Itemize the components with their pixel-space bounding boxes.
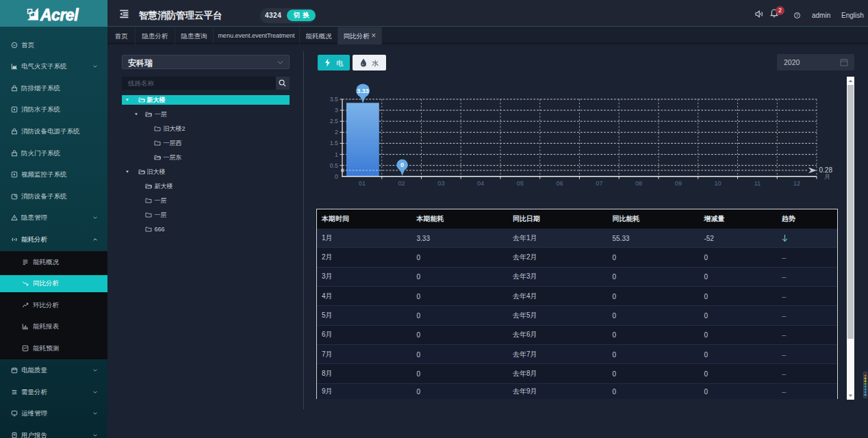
svg-text:02: 02 (398, 180, 405, 187)
svg-text:04: 04 (477, 180, 484, 187)
svg-text:05: 05 (517, 180, 524, 187)
svg-text:12: 12 (793, 180, 800, 187)
svg-text:10: 10 (714, 180, 721, 187)
svg-text:0: 0 (400, 162, 404, 168)
svg-text:月: 月 (824, 172, 831, 180)
svg-text:0.5: 0.5 (330, 162, 338, 169)
svg-text:3.5: 3.5 (330, 96, 338, 103)
svg-text:3.33: 3.33 (357, 88, 369, 94)
svg-text:01: 01 (359, 180, 366, 187)
svg-text:06: 06 (556, 180, 563, 187)
svg-text:0: 0 (335, 173, 338, 180)
svg-text:1.5: 1.5 (330, 140, 338, 146)
svg-text:11: 11 (754, 180, 761, 187)
svg-text:09: 09 (675, 180, 682, 187)
svg-text:2: 2 (335, 129, 338, 136)
svg-text:3: 3 (335, 107, 338, 114)
svg-text:2.5: 2.5 (330, 118, 338, 125)
svg-text:07: 07 (596, 180, 602, 187)
svg-text:03: 03 (437, 180, 444, 187)
svg-text:1: 1 (335, 151, 338, 158)
svg-text:08: 08 (635, 180, 642, 187)
